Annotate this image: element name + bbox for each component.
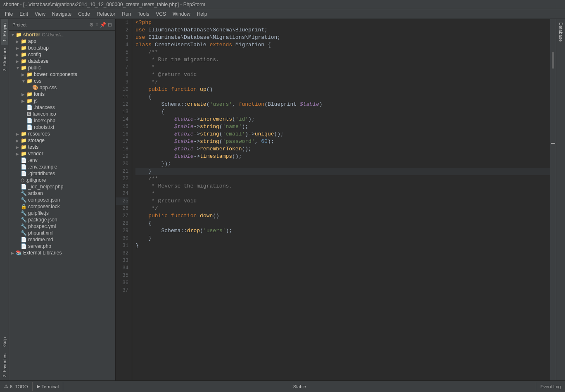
tree-item-config[interactable]: ▶ 📁 config xyxy=(9,51,115,58)
editor-scroll-marker xyxy=(551,143,555,144)
title-bar: shorter - [...\database\migrations\2014_… xyxy=(0,0,565,9)
editor-scroll-thumb[interactable] xyxy=(552,52,554,69)
code-editor[interactable]: 1 2 3 4 5 6 7 8 9 10 11 12 13 14 15 16 1… xyxy=(116,19,556,380)
tree-item-database[interactable]: ▶ 📁 database xyxy=(9,58,115,64)
tree-item-server-php[interactable]: 📄 server.php xyxy=(9,243,115,249)
settings-icon[interactable]: ⚙ xyxy=(89,22,94,28)
code-content[interactable]: <?php use Illuminate\Database\Schema\Blu… xyxy=(132,19,550,380)
tree-item-external-libraries[interactable]: ▶ 📚 External Libraries xyxy=(9,249,115,256)
tree-item-app[interactable]: ▶ 📁 app xyxy=(9,38,115,45)
menu-code[interactable]: Code xyxy=(75,10,93,18)
tree-item-gulpfile[interactable]: 🔧 gulpfile.js xyxy=(9,210,115,216)
tree-item-public[interactable]: ▼ 📁 public xyxy=(9,64,115,71)
tree-item-gitignore[interactable]: ◇ .gitignore xyxy=(9,177,115,183)
todo-label: 6: TODO xyxy=(10,384,28,389)
collapse-icon[interactable]: ⊟ xyxy=(108,22,112,28)
terminal-icon: ▶ xyxy=(37,384,40,389)
menu-bar: File Edit View Navigate Code Refactor Ru… xyxy=(0,9,565,19)
event-log-label: Event Log xyxy=(540,384,561,389)
menu-vcs[interactable]: VCS xyxy=(152,10,169,18)
tree-item-js[interactable]: ▶ 📁 js xyxy=(9,97,115,104)
tree-item-artisan[interactable]: 🔧 artisan xyxy=(9,190,115,197)
terminal-label: Terminal xyxy=(42,384,59,389)
sidebar-title: Project xyxy=(12,22,26,27)
tree-root[interactable]: ▼ 📁 shorter C:\Users\... xyxy=(9,31,115,38)
tab-todo[interactable]: ⚠ 6: TODO xyxy=(0,382,33,391)
tab-structure[interactable]: 2: Structure xyxy=(1,45,8,75)
title-text: shorter - [...\database\migrations\2014_… xyxy=(3,2,205,7)
pin-icon[interactable]: 📌 xyxy=(100,22,106,28)
line-numbers: 1 2 3 4 5 6 7 8 9 10 11 12 13 14 15 16 1… xyxy=(116,19,132,380)
tab-terminal[interactable]: ▶ Terminal xyxy=(33,382,64,391)
menu-file[interactable]: File xyxy=(2,10,16,18)
tree-item-tests[interactable]: ▶ 📁 tests xyxy=(9,144,115,150)
bottom-bar: ⚠ 6: TODO ▶ Terminal Stable Event Log xyxy=(0,380,565,392)
tree-item-composer-json[interactable]: 🔧 composer.json xyxy=(9,197,115,203)
tree-item-resources[interactable]: ▶ 📁 resources xyxy=(9,131,115,137)
tree-item-ide-helper[interactable]: 📄 _ide_helper.php xyxy=(9,183,115,190)
todo-icon: ⚠ xyxy=(4,384,8,389)
tree-item-css[interactable]: ▼ 📁 css xyxy=(9,78,115,84)
tree-item-readme[interactable]: 📄 readme.md xyxy=(9,236,115,243)
tree-item-fonts[interactable]: ▶ 📁 fonts xyxy=(9,91,115,97)
tree-item-phpunit[interactable]: 🔧 phpunit.xml xyxy=(9,230,115,236)
menu-refactor[interactable]: Refactor xyxy=(93,10,119,18)
tab-database[interactable]: Database xyxy=(557,19,565,45)
tree-item-gitattributes[interactable]: 📄 .gitattributes xyxy=(9,170,115,177)
menu-tools[interactable]: Tools xyxy=(134,10,152,18)
tree-item-env-example[interactable]: 📄 .env.example xyxy=(9,164,115,170)
tree-item-storage[interactable]: ▶ 📁 storage xyxy=(9,137,115,144)
right-tool-strip: Database xyxy=(556,19,565,380)
project-tree: ▼ 📁 shorter C:\Users\... ▶ 📁 app ▶ 📁 boo… xyxy=(9,31,115,380)
tree-item-env[interactable]: 📄 .env xyxy=(9,157,115,164)
tree-item-vendor[interactable]: ▶ 📁 vendor xyxy=(9,150,115,157)
tree-item-index-php[interactable]: 📄 index.php xyxy=(9,117,115,124)
menu-window[interactable]: Window xyxy=(169,10,194,18)
tab-event-log[interactable]: Event Log xyxy=(536,382,565,391)
tree-item-package-json[interactable]: 🔧 package.json xyxy=(9,216,115,223)
tree-item-favicon[interactable]: 🖼 favicon.ico xyxy=(9,111,115,117)
tree-item-bootstrap[interactable]: ▶ 📁 bootstrap xyxy=(9,45,115,51)
tree-item-phpspec[interactable]: 🔧 phpspec.yml xyxy=(9,223,115,230)
tab-project[interactable]: 1: Project xyxy=(1,19,8,45)
tree-item-bower[interactable]: ▶ 📁 bower_components xyxy=(9,71,115,78)
tree-item-app-css[interactable]: 🎨 app.css xyxy=(9,84,115,91)
menu-run[interactable]: Run xyxy=(119,10,134,18)
sidebar: Project ⚙ ≡ 📌 ⊟ ▼ 📁 shorter C:\Users\...… xyxy=(9,19,116,380)
menu-edit[interactable]: Edit xyxy=(16,10,31,18)
bottom-status: Stable xyxy=(290,384,309,389)
tab-favorites[interactable]: 2: Favorites xyxy=(1,350,8,380)
editor-scroll-track[interactable] xyxy=(550,19,556,380)
gear-icon[interactable]: ≡ xyxy=(95,22,98,28)
left-tool-strip: 1: Project 2: Structure Gulp 2: Favorite… xyxy=(0,19,9,380)
editor-area: 1 2 3 4 5 6 7 8 9 10 11 12 13 14 15 16 1… xyxy=(116,19,556,380)
sidebar-header: Project ⚙ ≡ 📌 ⊟ xyxy=(9,19,115,31)
sidebar-icons: ⚙ ≡ 📌 ⊟ xyxy=(89,22,112,28)
tree-item-robots[interactable]: 📄 robots.txt xyxy=(9,124,115,131)
menu-help[interactable]: Help xyxy=(194,10,211,18)
tree-item-composer-lock[interactable]: 🔒 composer.lock xyxy=(9,203,115,210)
status-label: Stable xyxy=(293,384,306,389)
menu-navigate[interactable]: Navigate xyxy=(49,10,75,18)
tree-item-htaccess[interactable]: 📄 .htaccess xyxy=(9,104,115,111)
tab-gulp[interactable]: Gulp xyxy=(1,334,8,350)
menu-view[interactable]: View xyxy=(31,10,49,18)
